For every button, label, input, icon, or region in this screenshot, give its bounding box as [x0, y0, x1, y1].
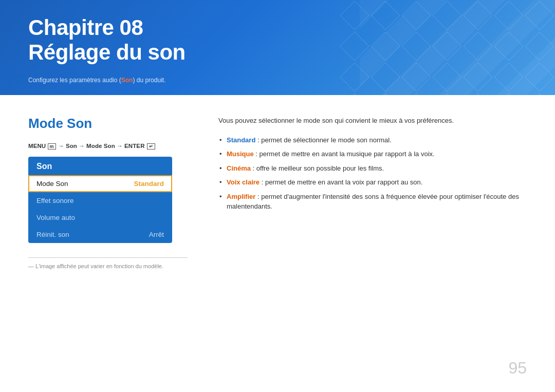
- header-description: Configurez les paramètres audio (Son) du…: [28, 77, 165, 84]
- left-panel: Mode Son MENU m → Son → Mode Son → ENTER…: [28, 116, 188, 269]
- term-standard: Standard: [227, 136, 255, 144]
- list-item-musique: Musique : permet de mettre en avant la m…: [218, 147, 527, 161]
- menu-item-volume-auto[interactable]: Volume auto: [28, 209, 172, 226]
- right-panel: Vous pouvez sélectionner le mode son qui…: [218, 116, 527, 269]
- menu-label: MENU: [28, 143, 46, 149]
- menu-item-value-reinit: Arrêt: [149, 231, 164, 238]
- diamond-pattern: [339, 0, 555, 95]
- menu-path: MENU m → Son → Mode Son → ENTER ↵: [28, 143, 188, 150]
- main-content: Mode Son MENU m → Son → Mode Son → ENTER…: [0, 95, 555, 285]
- enter-icon: ↵: [147, 143, 155, 150]
- header-banner: Chapitre 08 Réglage du son Configurez le…: [0, 0, 555, 95]
- menu-item-value-mode-son: Standard: [134, 180, 164, 188]
- menu-item-label-effet: Effet sonore: [36, 197, 74, 204]
- chapter-title: Chapitre 08 Réglage du son: [28, 15, 186, 65]
- list-item-cinema: Cinéma : offre le meilleur son possible …: [218, 161, 527, 176]
- page-number: 95: [508, 359, 527, 378]
- intro-text: Vous pouvez sélectionner le mode son qui…: [218, 116, 527, 126]
- svg-rect-1: [339, 0, 555, 95]
- menu-item-label-volume: Volume auto: [36, 214, 75, 221]
- header-content: Chapitre 08 Réglage du son: [28, 15, 186, 65]
- term-voix-claire: Voix claire: [227, 178, 260, 186]
- son-menu: Son Mode Son Standard Effet sonore Volum…: [28, 157, 172, 243]
- section-title: Mode Son: [28, 116, 188, 132]
- term-musique: Musique: [227, 150, 254, 158]
- list-item-voix-claire: Voix claire : permet de mettre en avant …: [218, 175, 527, 190]
- menu-item-label-reinit: Réinit. son: [36, 231, 69, 238]
- list-item-standard: Standard : permet de sélectionner le mod…: [218, 133, 527, 147]
- menu-icon: m: [48, 143, 56, 150]
- footnote-text: ― L'image affichée peut varier en foncti…: [28, 263, 188, 269]
- menu-item-reinit-son[interactable]: Réinit. son Arrêt: [28, 226, 172, 243]
- menu-item-mode-son[interactable]: Mode Son Standard: [28, 175, 172, 192]
- menu-item-label-mode-son: Mode Son: [36, 180, 68, 188]
- term-cinema: Cinéma: [227, 164, 251, 172]
- menu-item-effet-sonore[interactable]: Effet sonore: [28, 192, 172, 209]
- footnote-area: ― L'image affichée peut varier en foncti…: [28, 257, 188, 269]
- term-amplifier: Amplifier: [227, 193, 255, 200]
- list-item-amplifier: Amplifier : permet d'augmenter l'intensi…: [218, 190, 527, 214]
- son-menu-header: Son: [28, 157, 172, 175]
- bullet-list: Standard : permet de sélectionner le mod…: [218, 133, 527, 214]
